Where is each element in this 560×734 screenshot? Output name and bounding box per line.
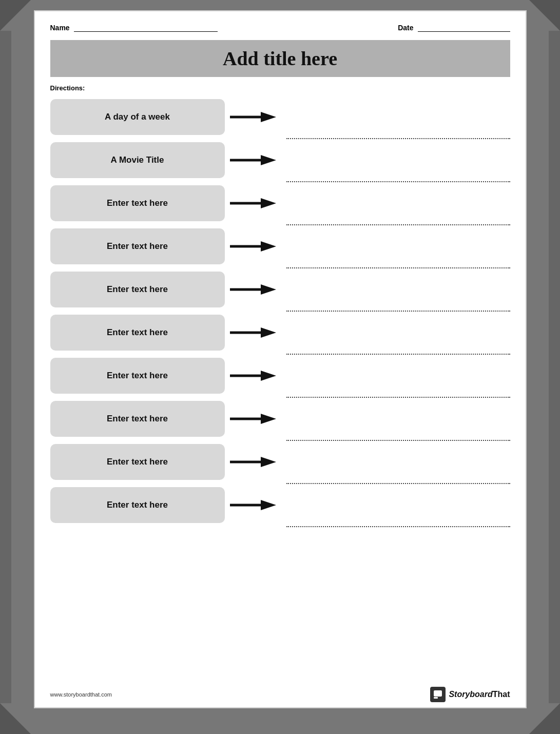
- logo-text: StoryboardThat: [449, 690, 510, 699]
- match-row-4: Enter text here: [50, 228, 510, 268]
- footer-logo: StoryboardThat: [430, 687, 510, 702]
- header-row: Name Date: [50, 22, 510, 35]
- left-box-3[interactable]: Enter text here: [50, 185, 225, 221]
- match-row-10: Enter text here: [50, 487, 510, 527]
- match-row-3: Enter text here: [50, 185, 510, 225]
- left-box-8[interactable]: Enter text here: [50, 401, 225, 437]
- left-box-2[interactable]: A Movie Title: [50, 142, 225, 178]
- rows-container: A day of a week A Movie Title Enter text…: [50, 99, 510, 527]
- match-row-9: Enter text here: [50, 444, 510, 484]
- page-wrapper: Name Date Add title here Directions: A d…: [0, 0, 560, 734]
- dotted-line-3: [286, 224, 510, 225]
- dotted-line-10: [286, 526, 510, 527]
- corner-top-right: [529, 0, 560, 31]
- dotted-line-9: [286, 483, 510, 484]
- corner-bottom-right: [529, 703, 560, 734]
- dotted-line-5: [286, 311, 510, 312]
- footer-url: www.storyboardthat.com: [50, 691, 112, 698]
- svg-marker-15: [261, 414, 276, 424]
- corner-top-left: [0, 0, 31, 31]
- match-row-1: A day of a week: [50, 99, 510, 139]
- left-box-9[interactable]: Enter text here: [50, 444, 225, 480]
- svg-marker-1: [261, 112, 276, 122]
- left-box-4[interactable]: Enter text here: [50, 228, 225, 264]
- logo-icon: [430, 687, 446, 702]
- left-box-6[interactable]: Enter text here: [50, 315, 225, 351]
- match-row-2: A Movie Title: [50, 142, 510, 182]
- arrow-4: [225, 239, 286, 254]
- svg-marker-3: [261, 155, 276, 165]
- arrow-3: [225, 196, 286, 211]
- side-bar-right: [549, 31, 560, 703]
- side-bar-left: [0, 31, 11, 703]
- corner-bottom-left: [0, 703, 31, 734]
- svg-rect-21: [434, 697, 438, 699]
- svg-rect-20: [434, 690, 442, 697]
- svg-marker-11: [261, 327, 276, 338]
- date-label: Date: [398, 24, 413, 32]
- title-text: Add title here: [223, 48, 337, 69]
- main-card: Name Date Add title here Directions: A d…: [34, 10, 527, 708]
- title-bar[interactable]: Add title here: [50, 40, 510, 77]
- arrow-10: [225, 497, 286, 513]
- left-box-1[interactable]: A day of a week: [50, 99, 225, 135]
- left-box-5[interactable]: Enter text here: [50, 272, 225, 307]
- match-row-6: Enter text here: [50, 315, 510, 355]
- arrow-9: [225, 454, 286, 470]
- match-row-5: Enter text here: [50, 272, 510, 312]
- dotted-line-7: [286, 397, 510, 398]
- dotted-line-8: [286, 440, 510, 441]
- svg-marker-9: [261, 284, 276, 295]
- svg-marker-17: [261, 457, 276, 467]
- arrow-5: [225, 282, 286, 297]
- name-line: [74, 22, 218, 32]
- directions-label: Directions:: [50, 84, 510, 92]
- match-row-7: Enter text here: [50, 358, 510, 398]
- arrow-2: [225, 152, 286, 168]
- svg-marker-19: [261, 500, 276, 510]
- left-box-10[interactable]: Enter text here: [50, 487, 225, 523]
- arrow-7: [225, 368, 286, 383]
- svg-marker-7: [261, 241, 276, 252]
- dotted-line-6: [286, 354, 510, 355]
- arrow-1: [225, 109, 286, 125]
- left-box-7[interactable]: Enter text here: [50, 358, 225, 394]
- arrow-8: [225, 411, 286, 427]
- arrow-6: [225, 325, 286, 340]
- footer: www.storyboardthat.com StoryboardThat: [50, 687, 510, 702]
- name-field: Name: [50, 22, 218, 32]
- dotted-line-2: [286, 181, 510, 182]
- date-field: Date: [398, 22, 510, 32]
- dotted-line-1: [286, 138, 510, 139]
- date-line: [418, 22, 510, 32]
- dotted-line-4: [286, 267, 510, 268]
- name-label: Name: [50, 24, 70, 32]
- svg-marker-5: [261, 198, 276, 208]
- svg-marker-13: [261, 371, 276, 381]
- match-row-8: Enter text here: [50, 401, 510, 441]
